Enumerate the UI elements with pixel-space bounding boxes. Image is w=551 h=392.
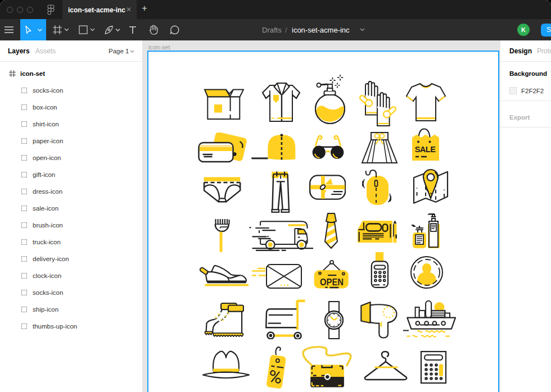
svg-text:SALE: SALE [415, 145, 436, 154]
svg-text:OPEN: OPEN [320, 277, 344, 287]
